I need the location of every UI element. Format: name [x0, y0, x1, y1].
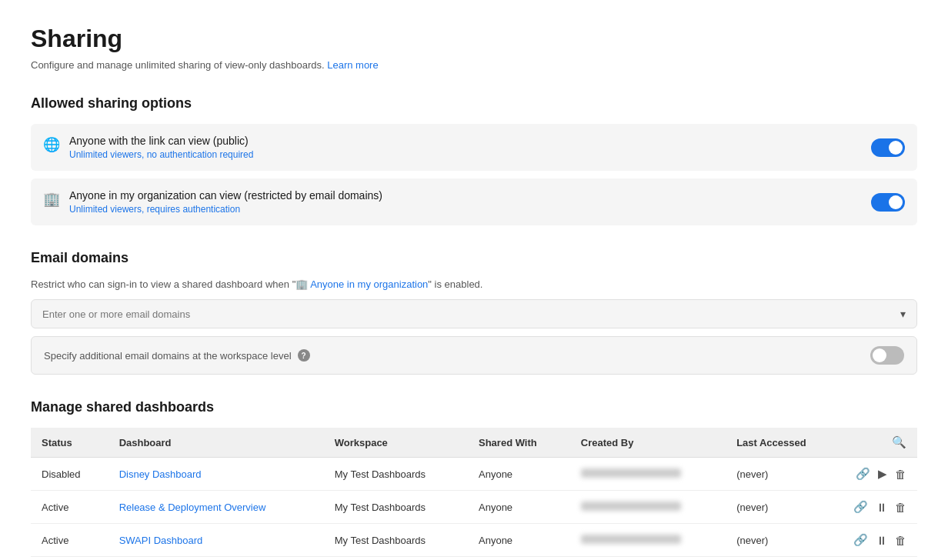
link-icon[interactable]: 🔗: [853, 500, 868, 514]
row-shared-with: Anyone: [468, 491, 570, 524]
row-last-accessed: (never): [726, 458, 843, 491]
created-by-blurred: [581, 502, 681, 511]
org-sharing-row: 🏢 Anyone in my organization can view (re…: [31, 178, 917, 225]
row-status: Active: [31, 491, 108, 524]
public-sharing-row: 🌐 Anyone with the link can view (public)…: [31, 124, 917, 171]
row-dashboard: SWAPI Dashboard: [108, 524, 324, 557]
public-option-title: Anyone with the link can view (public): [69, 135, 253, 147]
org-toggle[interactable]: [871, 193, 905, 212]
col-shared-with: Shared With: [468, 428, 570, 458]
link-icon[interactable]: 🔗: [853, 533, 868, 547]
email-domains-section: Email domains Restrict who can sign-in t…: [31, 250, 917, 375]
row-created-by: [570, 458, 726, 491]
manage-dashboards-heading: Manage shared dashboards: [31, 399, 917, 415]
public-toggle[interactable]: [871, 138, 905, 157]
row-dashboard: Release & Deployment Overview: [108, 491, 324, 524]
help-icon[interactable]: ?: [298, 349, 310, 362]
col-workspace: Workspace: [324, 428, 468, 458]
dashboard-link[interactable]: SWAPI Dashboard: [119, 535, 203, 546]
allowed-sharing-heading: Allowed sharing options: [31, 95, 917, 112]
col-dashboard: Dashboard: [108, 428, 324, 458]
pause-icon[interactable]: ⏸: [876, 501, 887, 514]
table-search-icon[interactable]: 🔍: [892, 435, 906, 448]
row-shared-with: Anyone: [468, 524, 570, 557]
row-dashboard: Disney Dashboard: [108, 458, 324, 491]
globe-icon: 🌐: [43, 136, 60, 153]
dashboard-link[interactable]: Release & Deployment Overview: [119, 502, 266, 513]
delete-icon[interactable]: 🗑: [895, 534, 906, 547]
row-created-by: [570, 491, 726, 524]
link-icon[interactable]: 🔗: [856, 467, 870, 481]
chevron-down-icon: ▾: [900, 308, 906, 320]
email-input-row[interactable]: ▾: [31, 299, 917, 328]
row-actions: 🔗 ⏸ 🗑: [843, 524, 917, 557]
delete-icon[interactable]: 🗑: [895, 501, 906, 514]
workspace-email-row: Specify additional email domains at the …: [31, 336, 917, 375]
learn-more-link[interactable]: Learn more: [327, 59, 378, 71]
row-workspace: My Test Dashboards: [324, 524, 468, 557]
public-option-subtitle: Unlimited viewers, no authentication req…: [69, 149, 253, 160]
dashboards-table: Status Dashboard Workspace Shared With C…: [31, 428, 917, 557]
col-status: Status: [31, 428, 108, 458]
dashboard-link[interactable]: Disney Dashboard: [119, 468, 202, 480]
play-icon[interactable]: ▶: [878, 467, 887, 481]
col-search: 🔍: [843, 428, 917, 458]
allowed-sharing-section: Allowed sharing options 🌐 Anyone with th…: [31, 95, 917, 225]
email-domains-heading: Email domains: [31, 250, 917, 266]
email-domains-description: Restrict who can sign-in to view a share…: [31, 278, 917, 290]
org-option-title: Anyone in my organization can view (rest…: [69, 189, 382, 202]
email-domains-input[interactable]: [42, 308, 900, 320]
row-actions: 🔗 ⏸ 🗑: [843, 491, 917, 524]
row-status: Active: [31, 524, 108, 557]
row-workspace: My Test Dashboards: [324, 491, 468, 524]
dashboards-table-wrapper: Status Dashboard Workspace Shared With C…: [31, 428, 917, 557]
table-row: Active SWAPI Dashboard My Test Dashboard…: [31, 524, 917, 557]
delete-icon[interactable]: 🗑: [895, 468, 906, 481]
created-by-blurred: [581, 468, 681, 478]
page-subtitle: Configure and manage unlimited sharing o…: [31, 59, 917, 71]
row-last-accessed: (never): [726, 524, 843, 557]
workspace-toggle[interactable]: [870, 346, 904, 365]
col-created-by: Created By: [570, 428, 726, 458]
org-option-subtitle: Unlimited viewers, requires authenticati…: [69, 204, 382, 215]
row-status: Disabled: [31, 458, 108, 491]
org-icon: 🏢: [43, 191, 60, 208]
row-actions: 🔗 ▶ 🗑: [843, 458, 917, 491]
table-row: Active Release & Deployment Overview My …: [31, 491, 917, 524]
row-workspace: My Test Dashboards: [324, 458, 468, 491]
workspace-email-label: Specify additional email domains at the …: [44, 350, 292, 362]
table-header-row: Status Dashboard Workspace Shared With C…: [31, 428, 917, 458]
manage-dashboards-section: Manage shared dashboards Status Dashboar…: [31, 399, 917, 560]
col-last-accessed: Last Accessed: [726, 428, 843, 458]
page-title: Sharing: [31, 25, 917, 53]
created-by-blurred: [581, 535, 681, 544]
row-created-by: [570, 524, 726, 557]
table-row: Disabled Disney Dashboard My Test Dashbo…: [31, 458, 917, 491]
row-shared-with: Anyone: [468, 458, 570, 491]
org-icon-inline: 🏢: [295, 278, 308, 290]
pause-icon[interactable]: ⏸: [876, 534, 887, 547]
row-last-accessed: (never): [726, 491, 843, 524]
